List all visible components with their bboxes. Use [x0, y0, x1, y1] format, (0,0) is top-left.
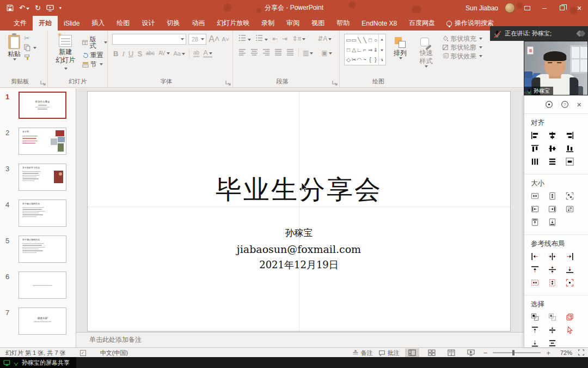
guide-width-icon[interactable]: [531, 279, 548, 292]
shapes-scroll-down-icon[interactable]: [379, 48, 384, 52]
strikethrough-button[interactable]: abc: [146, 51, 155, 56]
quick-styles-button[interactable]: 快速样式: [414, 33, 438, 87]
shape-fill-button[interactable]: 形状填充: [442, 35, 482, 42]
shape-glyph-icon[interactable]: ▭: [351, 37, 356, 43]
zoom-out-icon[interactable]: −: [483, 349, 488, 357]
panel-close-icon[interactable]: ×: [577, 100, 581, 108]
slideshow-view-button[interactable]: [464, 348, 478, 358]
columns-icon[interactable]: ▥: [303, 49, 313, 57]
close-icon[interactable]: ×: [574, 3, 585, 13]
shape-glyph-icon[interactable]: ⇓: [373, 47, 378, 53]
notes-toggle-button[interactable]: 备注: [352, 349, 373, 357]
guide-left-icon[interactable]: [531, 252, 548, 266]
panel-help-icon[interactable]: [561, 100, 569, 108]
save-icon[interactable]: [7, 4, 14, 11]
tab-design[interactable]: 设计: [136, 16, 161, 31]
character-spacing-button[interactable]: AV: [158, 51, 170, 56]
minimize-icon[interactable]: ─: [539, 3, 550, 13]
tab-record[interactable]: 录制: [255, 16, 280, 31]
shape-glyph-icon[interactable]: □: [347, 47, 350, 53]
guide-right-icon[interactable]: [566, 252, 583, 266]
panel-settings-icon[interactable]: [545, 100, 553, 108]
comments-toggle-button[interactable]: 批注: [378, 349, 400, 357]
font-color-button[interactable]: A: [203, 49, 212, 58]
slide-thumbnail-7[interactable]: 7-谢谢大家!jiabaosun@foxmail.com: [0, 307, 76, 343]
align-right-icon[interactable]: [566, 131, 583, 144]
bold-button[interactable]: B: [113, 50, 118, 57]
same-size-icon[interactable]: [566, 192, 583, 205]
screen-share-chip[interactable]: 孙稼宝的屏幕共享: [0, 357, 76, 368]
account-name[interactable]: Sun Jiabao: [465, 4, 498, 12]
distribute-horizontal-icon[interactable]: [531, 158, 548, 171]
guide-bottom-icon[interactable]: [566, 266, 583, 279]
tab-animations[interactable]: 动画: [186, 16, 211, 31]
thumbnail-preview[interactable]: 关于硕士期间生活: [19, 200, 66, 227]
tab-review[interactable]: 审阅: [280, 16, 305, 31]
notes-pane[interactable]: 单击此处添加备注: [76, 332, 588, 347]
shape-glyph-icon[interactable]: ⌐: [363, 47, 366, 53]
shape-outline-button[interactable]: 形状轮廓: [442, 44, 482, 51]
format-painter-icon[interactable]: [24, 54, 36, 61]
restore-icon[interactable]: [556, 3, 567, 13]
shape-glyph-icon[interactable]: ✂: [352, 57, 356, 63]
shape-glyph-icon[interactable]: }: [375, 57, 376, 63]
font-size-combo[interactable]: 28: [188, 34, 206, 45]
align-left-button[interactable]: [238, 48, 247, 58]
zoom-slider-handle[interactable]: [512, 350, 514, 355]
shape-glyph-icon[interactable]: ▭: [346, 37, 351, 43]
font-name-combo[interactable]: [112, 34, 186, 45]
pointer-select-icon[interactable]: [566, 326, 583, 339]
slide-thumbnail-panel[interactable]: 1毕业生分享会2关于我3关于本科学习生活4关于硕士期间生活5关于博士期间生活67…: [0, 88, 76, 347]
slide-subtitle-block[interactable]: 孙稼宝 jiabaosun@foxmail.com 2021年12月19日: [88, 227, 510, 272]
thumbnail-preview[interactable]: 关于我: [19, 128, 66, 155]
align-right-button[interactable]: [262, 48, 271, 58]
shape-glyph-icon[interactable]: {: [369, 57, 371, 63]
shape-glyph-icon[interactable]: △: [352, 47, 356, 53]
normal-view-button[interactable]: [405, 348, 419, 358]
ribbon-display-options-icon[interactable]: [522, 3, 532, 13]
align-left-icon[interactable]: [531, 131, 548, 144]
align-center-horizontal-icon[interactable]: [548, 131, 566, 144]
shape-glyph-icon[interactable]: ◠: [357, 57, 362, 63]
line-spacing-icon[interactable]: ⇕≡: [292, 35, 305, 43]
slide-sorter-view-button[interactable]: [425, 348, 439, 358]
swap-width-height-icon[interactable]: [566, 205, 583, 218]
same-width-icon[interactable]: [531, 192, 548, 205]
text-direction-icon[interactable]: ⇵A: [317, 35, 332, 43]
webcam-video[interactable]: 孙稼宝: [524, 41, 588, 95]
reading-view-button[interactable]: [444, 348, 458, 358]
shape-glyph-icon[interactable]: ◇: [346, 57, 351, 63]
shapes-scroll-up-icon[interactable]: [379, 38, 384, 42]
accessibility-checker-icon[interactable]: ✓: [80, 350, 86, 356]
align-edge-top-icon[interactable]: [531, 218, 548, 231]
shape-glyph-icon[interactable]: ⇒: [368, 47, 372, 53]
tab-view[interactable]: 视图: [305, 16, 330, 31]
distribute-gap-icon[interactable]: [548, 339, 566, 352]
align-edge-bottom-icon[interactable]: [548, 218, 566, 231]
tab-home[interactable]: 开始: [33, 16, 58, 31]
align-edge-left-icon[interactable]: [531, 205, 548, 218]
thumbnail-preview[interactable]: 关于博士期间生活: [19, 236, 66, 263]
slide-thumbnail-6[interactable]: 6: [0, 272, 76, 307]
align-text-icon[interactable]: ▣: [321, 49, 332, 57]
guide-middle-horizontal-icon[interactable]: [548, 266, 566, 279]
numbering-button[interactable]: [255, 34, 268, 43]
start-slideshow-icon[interactable]: [46, 5, 54, 11]
distribute-button[interactable]: [286, 48, 295, 58]
slide-canvas[interactable]: 毕业生分享会 孙稼宝 jiabaosun@foxmail.com 2021年12…: [87, 91, 511, 331]
bullets-button[interactable]: [238, 34, 251, 43]
distribute-vertical-icon[interactable]: [548, 158, 566, 171]
tab-slideshow[interactable]: 幻灯片放映: [211, 16, 255, 31]
distribute-middle-icon[interactable]: [548, 326, 566, 339]
justify-button[interactable]: [274, 48, 283, 58]
tab-insert[interactable]: 插入: [85, 16, 111, 31]
shrink-font-icon[interactable]: A˅: [222, 37, 229, 43]
underline-button[interactable]: U: [128, 50, 133, 57]
tab-draw[interactable]: 绘图: [111, 16, 136, 31]
guide-margins-icon[interactable]: [566, 279, 583, 292]
shape-glyph-icon[interactable]: ○: [374, 37, 377, 43]
grow-font-icon[interactable]: A˄: [209, 35, 219, 44]
section-button[interactable]: 节: [82, 61, 107, 68]
guide-height-icon[interactable]: [548, 279, 566, 292]
thumbnail-preview[interactable]: [19, 272, 66, 299]
